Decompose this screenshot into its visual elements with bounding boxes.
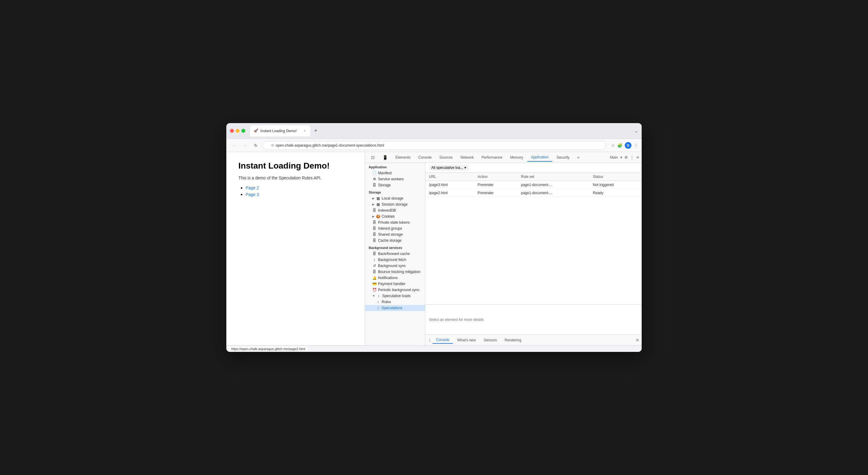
secure-icon: ⊙ (271, 143, 274, 147)
sidebar-label-speculative-loads: Speculative loads (382, 294, 410, 298)
close-console-icon[interactable]: ✕ (636, 338, 639, 343)
cell-url: /page3.html (425, 181, 474, 189)
background-sync-icon: ↺ (372, 264, 376, 268)
sidebar-item-private-state-tokens[interactable]: 🗄 Private state tokens (365, 219, 425, 226)
page-links: Page 2 Page 3 (238, 185, 353, 197)
sidebar-label-private-state-tokens: Private state tokens (378, 220, 410, 225)
device-toolbar-icon[interactable]: 📱 (379, 153, 391, 161)
sidebar-label-indexeddb: IndexedDB (378, 208, 396, 212)
tab-console-bottom[interactable]: Console (433, 336, 453, 344)
expand-icon: ▶ (372, 215, 374, 218)
tab-title: Instant Loading Demo! (260, 129, 297, 133)
sidebar-item-local-storage[interactable]: ▶ ▦ Local storage (365, 195, 425, 201)
sidebar-item-back-forward-cache[interactable]: 🗄 Back/forward cache (365, 251, 425, 257)
page-title: Instant Loading Demo! (238, 161, 353, 171)
speculation-table: URL Action Rule set Status /page3.html (425, 173, 642, 304)
tab-elements[interactable]: Elements (392, 153, 414, 161)
back-button[interactable]: ← (230, 141, 238, 150)
tab-application[interactable]: Application (527, 153, 552, 161)
new-tab-button[interactable]: + (311, 127, 320, 135)
settings-icon[interactable]: ⚙ (624, 155, 628, 159)
collapse-icon: ▼ (372, 294, 375, 297)
sidebar-label-bounce-tracking: Bounce tracking mitigation (378, 270, 421, 274)
page2-link[interactable]: Page 2 (246, 185, 259, 190)
sidebar-label-background-fetch: Background fetch (378, 258, 406, 262)
sidebar-item-storage-app[interactable]: 🗄 Storage (365, 182, 425, 188)
table-row[interactable]: /page2.html Prerender page1-document-...… (425, 189, 642, 197)
payment-handler-icon: 💳 (372, 282, 376, 286)
sidebar-item-shared-storage[interactable]: 🗄 Shared storage (365, 232, 425, 237)
sidebar-item-cookies[interactable]: ▶ 🍪 Cookies (365, 213, 425, 219)
sidebar-label-manifest: Manifest (378, 171, 392, 175)
indexeddb-icon: 🗄 (372, 208, 376, 212)
more-menu-icon[interactable]: ⋮ (634, 143, 638, 148)
forward-button[interactable]: → (241, 141, 249, 150)
filter-arrow-icon: ▾ (464, 166, 466, 170)
address-input[interactable]: ⊙ open-chalk-asparagus.glitch.me/page1-d… (262, 141, 606, 150)
speculation-filter-dropdown[interactable]: All speculative loa... ▾ (429, 165, 469, 171)
details-panel: Select an element for more details (425, 304, 642, 334)
extensions-icon[interactable]: 🧩 (617, 143, 622, 148)
context-arrow-icon[interactable]: ▾ (620, 155, 622, 159)
list-item: Page 2 (246, 185, 353, 190)
close-devtools-icon[interactable]: ✕ (636, 155, 639, 159)
sidebar-label-session-storage: Session storage (382, 202, 407, 207)
speculative-loads-icon: ↕ (376, 294, 381, 298)
reload-button[interactable]: ↻ (252, 141, 260, 150)
list-item: Page 3 (246, 192, 353, 197)
sidebar-item-speculations[interactable]: ↕ Speculations (365, 305, 425, 311)
close-button[interactable] (230, 129, 234, 133)
bounce-tracking-icon: 🗄 (372, 270, 376, 274)
sidebar-item-background-sync[interactable]: ↺ Background sync (365, 263, 425, 269)
tab-security[interactable]: Security (553, 153, 573, 161)
sidebar-item-cache-storage[interactable]: 🗄 Cache storage (365, 237, 425, 243)
tab-sensors[interactable]: Sensors (480, 337, 500, 344)
page3-link[interactable]: Page 3 (246, 192, 259, 197)
sidebar-item-rules[interactable]: ↕ Rules (365, 299, 425, 305)
session-storage-icon: ▦ (376, 202, 380, 207)
browser-tab[interactable]: 🚀 Instant Loading Demo! × (250, 125, 310, 136)
sidebar-item-speculative-loads[interactable]: ▼ ↕ Speculative loads (365, 293, 425, 299)
tab-performance[interactable]: Performance (478, 153, 506, 161)
sidebar-item-bounce-tracking[interactable]: 🗄 Bounce tracking mitigation (365, 269, 425, 275)
context-label: Main (610, 155, 618, 159)
details-text: Select an element for more details (429, 318, 484, 322)
sidebar-item-manifest[interactable]: 📄 Manifest (365, 170, 425, 176)
sidebar-label-background-sync: Background sync (378, 264, 406, 268)
sidebar-item-interest-groups[interactable]: 🗄 Interest groups (365, 226, 425, 232)
console-menu-icon[interactable]: ⋮ (428, 338, 432, 343)
tab-whats-new[interactable]: What's new (454, 337, 479, 344)
profile-icon[interactable]: B (625, 142, 631, 149)
tab-memory[interactable]: Memory (506, 153, 527, 161)
tab-rendering[interactable]: Rendering (501, 337, 525, 344)
sidebar-item-indexeddb[interactable]: 🗄 IndexedDB (365, 207, 425, 213)
sidebar-item-notifications[interactable]: 🔔 Notifications (365, 275, 425, 281)
console-bar: ⋮ Console What's new Sensors Rendering ✕ (425, 334, 642, 345)
table-row[interactable]: /page3.html Prerender page1-document-...… (425, 181, 642, 189)
sidebar-item-session-storage[interactable]: ▶ ▦ Session storage (365, 201, 425, 207)
service-workers-icon: ⚙ (372, 177, 376, 181)
maximize-button[interactable] (241, 129, 245, 133)
more-options-icon[interactable]: ⋮ (630, 155, 634, 159)
minimize-button[interactable] (236, 129, 240, 133)
sidebar-label-cookies: Cookies (382, 214, 395, 218)
tab-bar: 🚀 Instant Loading Demo! × + (250, 125, 632, 136)
tab-sources[interactable]: Sources (436, 153, 456, 161)
application-section-header: Application (365, 163, 425, 170)
window-menu-icon[interactable]: ⌄ (634, 128, 638, 133)
sidebar-item-service-workers[interactable]: ⚙ Service workers (365, 176, 425, 182)
tab-network[interactable]: Network (457, 153, 477, 161)
traffic-lights (230, 129, 245, 133)
tab-close-button[interactable]: × (303, 129, 307, 133)
page-description: This is a demo of the Speculation Rules … (238, 176, 353, 180)
sidebar-label-rules: Rules (382, 300, 391, 304)
tab-console[interactable]: Console (415, 153, 435, 161)
sidebar-item-periodic-bg-sync[interactable]: ⏰ Periodic background sync (365, 287, 425, 293)
sidebar-item-background-fetch[interactable]: ↕ Background fetch (365, 257, 425, 263)
sidebar-item-payment-handler[interactable]: 💳 Payment handler (365, 281, 425, 287)
devtools-sidebar: Application 📄 Manifest ⚙ Service workers… (365, 163, 425, 345)
inspect-element-icon[interactable]: ⊡ (368, 153, 378, 161)
bookmark-icon[interactable]: ☆ (611, 143, 615, 148)
sidebar-label-payment-handler: Payment handler (378, 282, 405, 286)
more-tabs-button[interactable]: » (574, 153, 583, 161)
